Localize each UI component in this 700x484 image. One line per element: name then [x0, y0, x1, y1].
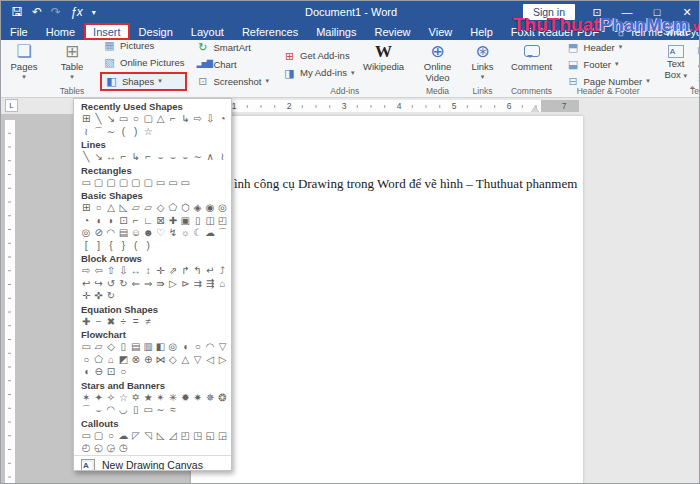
shape-item[interactable]: ◇ [105, 341, 117, 354]
horizontal-ruler[interactable]: 1234567 [179, 100, 579, 112]
shape-item[interactable]: △ [154, 113, 166, 126]
shape-item[interactable]: ◔ [216, 113, 228, 126]
shape-item[interactable]: ◠ [204, 341, 216, 354]
shape-item[interactable]: ⇗ [167, 265, 179, 278]
shape-item[interactable]: ○ [92, 202, 104, 215]
shape-item[interactable]: ↻ [105, 290, 117, 303]
shape-item[interactable]: ▢ [142, 177, 154, 190]
shape-item[interactable]: ▽ [216, 341, 228, 354]
tab-help[interactable]: Help [461, 23, 502, 40]
date-time-button[interactable]: ☰ [696, 72, 700, 85]
shape-item[interactable]: ◠ [105, 227, 117, 240]
shape-item[interactable]: ⊞ [80, 202, 92, 215]
shape-item[interactable]: ✶ [80, 392, 92, 405]
text-box-button[interactable]: A Text Box ▾ [661, 41, 691, 87]
minimize-button[interactable]: — [619, 6, 635, 18]
foxit-fx-icon[interactable]: ƒx [70, 5, 83, 19]
maximize-button[interactable]: □ [649, 6, 665, 18]
my-add-ins-button[interactable]: ◨ My Add-ins ▾ [280, 65, 358, 80]
tab-selector[interactable]: L [5, 99, 18, 112]
shape-item[interactable]: ◁ [204, 354, 216, 367]
shape-item[interactable]: ≠ [142, 316, 154, 329]
quick-parts-button[interactable]: ▤▾ [696, 44, 700, 57]
shape-item[interactable]: − [92, 316, 104, 329]
shape-item[interactable]: ★ [142, 392, 154, 405]
shape-item[interactable]: ◫ [204, 215, 216, 228]
shape-item[interactable]: ⇩ [204, 113, 216, 126]
shape-item[interactable]: ⇧ [105, 265, 117, 278]
shape-item[interactable]: ↺ [105, 278, 117, 291]
screenshot-button[interactable]: ⊡ Screenshot ▾ [193, 74, 272, 89]
shape-item[interactable]: } [117, 240, 129, 253]
vertical-ruler[interactable] [5, 120, 15, 484]
shape-item[interactable]: ↪ [92, 278, 104, 291]
shape-item[interactable]: ▭ [179, 177, 191, 190]
shape-item[interactable]: ⌣ [179, 151, 191, 164]
shape-item[interactable]: ⊠ [154, 215, 166, 228]
new-drawing-canvas-item[interactable]: ANew Drawing Canvas [74, 455, 231, 472]
shape-item[interactable]: ⇨ [80, 265, 92, 278]
shape-item[interactable]: ≈ [167, 404, 179, 417]
shape-item[interactable]: ▢ [142, 113, 154, 126]
shape-item[interactable]: ↘ [92, 151, 104, 164]
shape-item[interactable]: ◉ [204, 202, 216, 215]
shape-item[interactable]: ÷ [117, 316, 129, 329]
shape-item[interactable]: ⌣ [154, 151, 166, 164]
right-indent-marker[interactable] [531, 106, 539, 112]
shape-item[interactable]: ✳ [167, 392, 179, 405]
shape-item[interactable]: ⊡ [117, 215, 129, 228]
shape-item[interactable]: ♡ [154, 227, 166, 240]
shape-item[interactable]: ⇒ [142, 278, 154, 291]
shape-item[interactable]: ▷ [167, 278, 179, 291]
shape-item[interactable]: ⤴ [216, 265, 228, 278]
shape-item[interactable]: ↳ [179, 113, 191, 126]
shape-item[interactable]: ☁ [204, 227, 216, 240]
shape-item[interactable]: ≀ [216, 151, 228, 164]
shape-item[interactable]: ⊗ [130, 354, 142, 367]
shape-item[interactable]: ⬠ [167, 202, 179, 215]
shape-item[interactable]: ∼ [192, 151, 204, 164]
customize-qat-icon[interactable]: ▾ [92, 8, 96, 17]
shape-item[interactable]: ○ [80, 354, 92, 367]
smartart-button[interactable]: ↻ SmartArt [193, 40, 272, 55]
shape-item[interactable]: ◵ [92, 442, 104, 455]
ribbon-display-options-icon[interactable]: ⊡ [589, 6, 605, 19]
shape-item[interactable]: ◰ [179, 430, 191, 443]
get-add-ins-button[interactable]: ⊞ Get Add-ins [280, 48, 358, 63]
shape-item[interactable]: ✷ [192, 392, 204, 405]
shape-item[interactable]: ◳ [192, 430, 204, 443]
shape-item[interactable]: ⇐ [130, 278, 142, 291]
shape-item[interactable]: ╲ [92, 113, 104, 126]
shape-item[interactable]: ☆ [117, 392, 129, 405]
shape-item[interactable]: ⊖ [92, 366, 104, 379]
shape-item[interactable]: ◩ [117, 354, 129, 367]
shape-item[interactable]: ○ [105, 430, 117, 443]
shape-item[interactable]: ✖ [105, 316, 117, 329]
shape-item[interactable]: ◴ [80, 442, 92, 455]
shape-item[interactable]: ▢ [92, 430, 104, 443]
links-button[interactable]: ⊛ Links ▾ [466, 41, 500, 87]
shape-item[interactable]: ◷ [117, 442, 129, 455]
drop-cap-button[interactable]: A▾ [696, 58, 700, 71]
shape-item[interactable]: ◿ [167, 430, 179, 443]
shape-item[interactable]: ↩ [80, 278, 92, 291]
shape-item[interactable]: ↵ [204, 265, 216, 278]
shape-item[interactable]: ↕ [142, 265, 154, 278]
shape-item[interactable]: ↰ [192, 265, 204, 278]
shape-item[interactable]: ◎ [216, 202, 228, 215]
online-video-button[interactable]: ⊕ Online Video [418, 41, 458, 87]
shape-item[interactable]: ✛ [154, 265, 166, 278]
shape-item[interactable]: ▱ [92, 341, 104, 354]
shape-item[interactable]: ⌒ [80, 404, 92, 417]
shape-item[interactable]: ✦ [92, 392, 104, 405]
shape-item[interactable]: ↔ [130, 265, 142, 278]
shape-item[interactable]: ✚ [167, 215, 179, 228]
shape-item[interactable]: ◖ [92, 215, 104, 228]
shape-item[interactable]: △ [179, 354, 191, 367]
shape-item[interactable]: ⌣ [92, 404, 104, 417]
shape-item[interactable]: ▢ [105, 177, 117, 190]
tab-review[interactable]: Review [366, 23, 420, 40]
shape-item[interactable]: ◇ [167, 354, 179, 367]
shape-item[interactable]: ◰ [216, 215, 228, 228]
shape-item[interactable]: ⌒ [216, 227, 228, 240]
